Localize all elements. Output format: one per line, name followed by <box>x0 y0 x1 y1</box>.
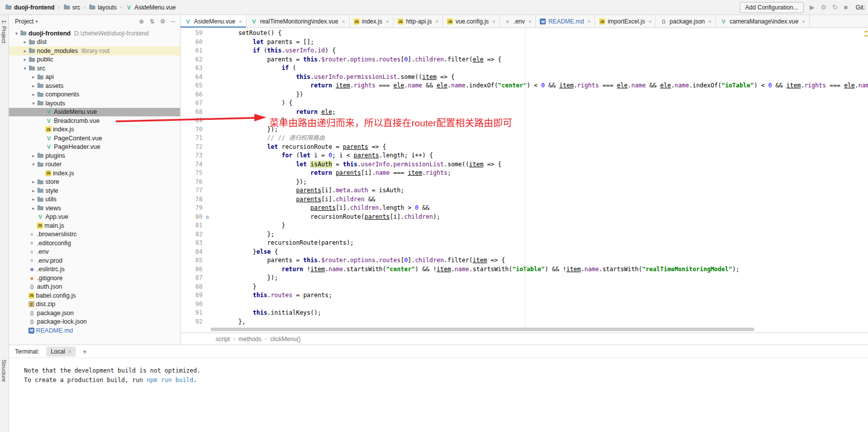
tree-item[interactable]: VApp.vue <box>9 213 180 222</box>
close-tab-icon[interactable]: × <box>492 18 495 24</box>
editor-tab[interactable]: JSindex.js× <box>350 15 394 28</box>
tree-item[interactable]: ▸views <box>9 204 180 213</box>
project-stripe-button[interactable]: 1: Project <box>1 20 7 43</box>
chevron-collapsed-icon[interactable]: ▸ <box>21 48 28 53</box>
horizontal-scrollbar[interactable] <box>211 328 754 331</box>
close-tab-icon[interactable]: × <box>386 18 389 24</box>
code-line[interactable]: 84 }else { <box>181 248 868 257</box>
tree-item[interactable]: ▸api <box>9 73 180 82</box>
tree-item[interactable]: VPageContent.vue <box>9 134 180 143</box>
code-line[interactable]: 77 parents[i].meta.auth = isAuth; <box>181 186 868 195</box>
tree-item[interactable]: ▸assets <box>9 81 180 90</box>
chevron-expanded-icon[interactable]: ▾ <box>13 31 20 36</box>
tree-item[interactable]: JSmain.js <box>9 221 180 230</box>
code-line[interactable]: 90 <box>181 300 868 309</box>
code-line[interactable]: 69 } <box>181 116 868 125</box>
chevron-down-icon[interactable]: ▾ <box>35 19 38 24</box>
breadcrumb-item[interactable]: duoji-frontend <box>4 4 55 11</box>
hide-icon[interactable]: ─ <box>171 18 175 25</box>
tree-item[interactable]: ≡.env.prod <box>9 256 180 265</box>
chevron-collapsed-icon[interactable]: ▸ <box>30 74 37 79</box>
close-tab-icon[interactable]: × <box>588 18 591 24</box>
code-line[interactable]: 78 parents[i].children && <box>181 195 868 204</box>
tree-item[interactable]: ▾router <box>9 160 180 169</box>
sync-button[interactable]: ↻ <box>833 3 838 11</box>
project-panel-title[interactable]: Project <box>15 18 33 25</box>
chevron-collapsed-icon[interactable]: ▸ <box>30 179 37 184</box>
code-line[interactable]: 89 this.routes = parents; <box>181 291 868 300</box>
tree-item[interactable]: MREADME.md <box>9 326 180 335</box>
tree-item[interactable]: {}auth.json <box>9 283 180 292</box>
code-line[interactable]: 61 if (this.userInfo.id) { <box>181 46 868 55</box>
structure-stripe-button[interactable]: Structure <box>1 360 7 382</box>
editor-breadcrumb-item[interactable]: clickMenu() <box>270 336 300 343</box>
add-configuration-button[interactable]: Add Configuration... <box>740 2 804 13</box>
code-line[interactable]: 66 }) <box>181 90 868 99</box>
tree-item[interactable]: ▾duoji-frontendD:\zheheWeb\duoji-fronten… <box>9 29 180 38</box>
editor-tab[interactable]: VcameraManage\index.vue× <box>716 15 810 28</box>
breadcrumb-item[interactable]: src <box>62 4 81 11</box>
code-line[interactable]: 81 } <box>181 221 868 230</box>
code-line[interactable]: 71 // // 递归权限路由 <box>181 134 868 143</box>
code-line[interactable]: 76 }); <box>181 178 868 187</box>
code-line[interactable]: 87 }); <box>181 274 868 283</box>
code-line[interactable]: 65 return item.rights === ele.name && el… <box>181 81 868 90</box>
close-tab-icon[interactable]: × <box>435 18 438 24</box>
code-line[interactable]: 67 ) { <box>181 99 868 108</box>
code-line[interactable]: 85 parents = this.$router.options.routes… <box>181 256 868 265</box>
chevron-collapsed-icon[interactable]: ▸ <box>30 188 37 193</box>
collapse-icon[interactable]: ⇅ <box>150 18 155 25</box>
code-editor[interactable]: 59 setRoute() {60 let parents = [];61 if… <box>181 28 868 333</box>
code-line[interactable]: 83 recursionRoute(parents); <box>181 239 868 248</box>
code-line[interactable]: 70 }); <box>181 125 868 134</box>
code-line[interactable]: 91 this.initialKeys(); <box>181 309 868 318</box>
code-line[interactable]: 60 let parents = []; <box>181 38 868 47</box>
tree-item[interactable]: ≡.editorconfig <box>9 239 180 248</box>
code-line[interactable]: 68 return ele; <box>181 108 868 117</box>
close-tab-icon[interactable]: × <box>708 18 711 24</box>
chevron-collapsed-icon[interactable]: ▸ <box>30 83 37 88</box>
code-line[interactable]: 88 } <box>181 283 868 292</box>
tree-item[interactable]: ▸node_moduleslibrary root <box>9 46 180 55</box>
code-line[interactable]: 62 parents = this.$router.options.routes… <box>181 55 868 64</box>
code-line[interactable]: 74 let isAuth = this.userInfo.permission… <box>181 160 868 169</box>
chevron-expanded-icon[interactable]: ▾ <box>21 66 28 71</box>
close-tab-icon[interactable]: × <box>802 18 805 24</box>
chevron-collapsed-icon[interactable]: ▸ <box>30 197 37 202</box>
tree-item[interactable]: ◆.gitignore <box>9 274 180 283</box>
tree-item[interactable]: ≡.browserslistrc <box>9 230 180 239</box>
code-line[interactable]: 79 parents[i].children.length > 0 && <box>181 204 868 213</box>
tree-item[interactable]: JSindex.js <box>9 169 180 178</box>
close-tab-icon[interactable]: × <box>68 349 71 355</box>
editor-tab[interactable]: ≡.env× <box>500 15 536 28</box>
tree-item[interactable]: ▸utils <box>9 195 180 204</box>
stop-button[interactable]: ■ <box>844 3 848 11</box>
code-line[interactable]: 75 return parents[i].name === item.right… <box>181 169 868 178</box>
tree-item[interactable]: JSindex.js <box>9 125 180 134</box>
editor-tab[interactable]: VAsideMenu.vue× <box>181 15 246 28</box>
code-line[interactable]: 86 return !item.name.startsWith("center"… <box>181 265 868 274</box>
editor-tab[interactable]: JSvue.config.js× <box>443 15 500 28</box>
tree-item[interactable]: VPageHeader.vue <box>9 143 180 152</box>
chevron-collapsed-icon[interactable]: ▸ <box>21 57 28 62</box>
tree-item[interactable]: ◉.eslintrc.js <box>9 265 180 274</box>
chevron-expanded-icon[interactable]: ▾ <box>30 162 37 167</box>
tree-item[interactable]: ≡.env <box>9 248 180 257</box>
tree-item[interactable]: VBreadcrumb.vue <box>9 116 180 125</box>
settings-icon[interactable]: ⚙ <box>160 18 166 25</box>
code-line[interactable]: 64 this.userInfo.permissionList.some((it… <box>181 73 868 82</box>
code-line[interactable]: 72 let recursionRoute = parents => { <box>181 143 868 152</box>
code-line[interactable]: 92 }, <box>181 318 868 327</box>
tree-item[interactable]: JSbabel.config.js <box>9 291 180 300</box>
close-tab-icon[interactable]: × <box>239 18 242 24</box>
terminal-tab-local[interactable]: Local × <box>46 347 76 357</box>
code-line[interactable]: 82 }; <box>181 230 868 239</box>
editor-breadcrumb-item[interactable]: methods <box>238 336 261 343</box>
editor-breadcrumb-item[interactable]: script <box>216 336 230 343</box>
editor-tab[interactable]: JShttp-api.js× <box>394 15 443 28</box>
chevron-collapsed-icon[interactable]: ▸ <box>30 206 37 211</box>
git-label[interactable]: Git: <box>856 4 865 11</box>
breadcrumb-item[interactable]: layouts <box>88 4 118 11</box>
tree-item[interactable]: ▸public <box>9 55 180 64</box>
tree-item[interactable]: ▸store <box>9 178 180 187</box>
